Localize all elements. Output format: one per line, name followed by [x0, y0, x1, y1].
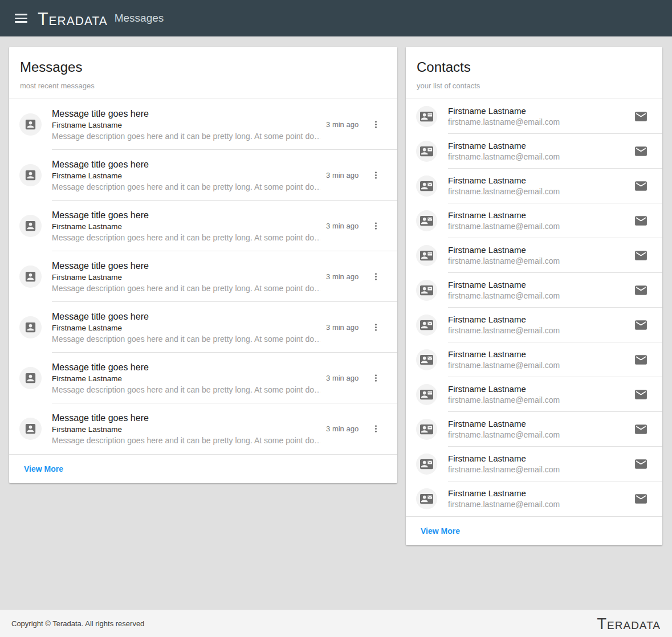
menu-icon[interactable]: [14, 11, 28, 25]
message-body: Message title goes here Firstname Lastna…: [52, 108, 320, 142]
teradata-logo: TERADATA: [38, 9, 108, 27]
message-timestamp: 3 min ago: [326, 424, 359, 433]
more-options-icon[interactable]: [369, 371, 382, 385]
more-options-icon[interactable]: [369, 169, 382, 182]
message-body: Message title goes here Firstname Lastna…: [52, 209, 320, 243]
contact-name: Firstname Lastname: [448, 279, 633, 291]
more-options-icon[interactable]: [369, 270, 382, 284]
contact-list-item[interactable]: Firstname Lastname firstname.lastname@em…: [406, 377, 662, 412]
contact-list-item[interactable]: Firstname Lastname firstname.lastname@em…: [406, 308, 662, 342]
contact-body: Firstname Lastname firstname.lastname@em…: [448, 210, 633, 232]
messages-card-header: Messages most recent messages: [9, 47, 397, 99]
email-icon[interactable]: [633, 318, 648, 333]
contact-body: Firstname Lastname firstname.lastname@em…: [448, 314, 633, 336]
message-list-item[interactable]: Message title goes here Firstname Lastna…: [9, 251, 397, 302]
account-box-icon: [19, 164, 42, 186]
contact-body: Firstname Lastname firstname.lastname@em…: [448, 383, 633, 406]
message-sender: Firstname Lastname: [52, 221, 320, 232]
contact-list-item[interactable]: Firstname Lastname firstname.lastname@em…: [406, 412, 662, 447]
messages-list: Message title goes here Firstname Lastna…: [9, 99, 397, 454]
message-list-item[interactable]: Message title goes here Firstname Lastna…: [9, 99, 397, 150]
message-sender: Firstname Lastname: [52, 120, 320, 130]
message-list-item[interactable]: Message title goes here Firstname Lastna…: [9, 201, 397, 251]
account-box-icon: [19, 113, 42, 136]
contact-email: firstname.lastname@email.com: [448, 291, 633, 301]
contact-list-item[interactable]: Firstname Lastname firstname.lastname@em…: [406, 169, 662, 203]
contact-card-icon: [416, 141, 437, 162]
email-icon[interactable]: [633, 492, 648, 507]
messages-card: Messages most recent messages Message ti…: [9, 47, 397, 483]
contact-name: Firstname Lastname: [448, 210, 633, 221]
contact-card-icon: [416, 349, 437, 370]
message-sender: Firstname Lastname: [52, 322, 320, 333]
contacts-card-title: Contacts: [417, 59, 651, 76]
contact-list-item[interactable]: Firstname Lastname firstname.lastname@em…: [406, 342, 662, 377]
contact-email: firstname.lastname@email.com: [448, 325, 633, 336]
message-timestamp: 3 min ago: [326, 374, 359, 382]
contact-list-item[interactable]: Firstname Lastname firstname.lastname@em…: [406, 447, 662, 481]
contact-card-icon: [416, 384, 437, 405]
contacts-view-more-link[interactable]: View More: [421, 526, 460, 536]
contact-list-item[interactable]: Firstname Lastname firstname.lastname@em…: [406, 273, 662, 308]
contact-list-item[interactable]: Firstname Lastname firstname.lastname@em…: [406, 99, 662, 134]
contacts-card-subtitle: your list of contacts: [417, 81, 651, 90]
email-icon[interactable]: [633, 248, 648, 263]
message-timestamp: 3 min ago: [326, 120, 359, 129]
more-options-icon[interactable]: [369, 219, 382, 233]
messages-card-title: Messages: [20, 59, 386, 76]
contact-card-icon: [416, 210, 437, 231]
message-sender: Firstname Lastname: [52, 373, 320, 384]
contact-name: Firstname Lastname: [448, 349, 633, 360]
more-options-icon[interactable]: [369, 321, 382, 334]
contact-email: firstname.lastname@email.com: [448, 360, 633, 371]
email-icon[interactable]: [633, 283, 648, 298]
message-sender: Firstname Lastname: [52, 424, 320, 435]
email-icon[interactable]: [633, 109, 648, 124]
contact-list-item[interactable]: Firstname Lastname firstname.lastname@em…: [406, 481, 662, 516]
message-list-item[interactable]: Message title goes here Firstname Lastna…: [9, 302, 397, 353]
contact-card-icon: [416, 454, 437, 475]
email-icon[interactable]: [633, 179, 648, 194]
message-description: Message description goes here and it can…: [52, 130, 320, 142]
contact-list-item[interactable]: Firstname Lastname firstname.lastname@em…: [406, 134, 662, 169]
account-box-icon: [19, 367, 42, 389]
contact-body: Firstname Lastname firstname.lastname@em…: [448, 279, 633, 301]
message-description: Message description goes here and it can…: [52, 283, 320, 294]
email-icon[interactable]: [633, 353, 648, 368]
contact-name: Firstname Lastname: [448, 314, 633, 325]
contact-list-item[interactable]: Firstname Lastname firstname.lastname@em…: [406, 238, 662, 273]
message-list-item[interactable]: Message title goes here Firstname Lastna…: [9, 150, 397, 201]
contact-name: Firstname Lastname: [448, 244, 633, 256]
messages-card-actions: View More: [9, 454, 397, 483]
message-body: Message title goes here Firstname Lastna…: [52, 412, 320, 446]
messages-view-more-link[interactable]: View More: [24, 464, 63, 473]
contact-name: Firstname Lastname: [448, 175, 633, 186]
email-icon[interactable]: [633, 422, 648, 437]
message-title: Message title goes here: [52, 361, 320, 373]
messages-card-subtitle: most recent messages: [20, 81, 386, 90]
email-icon[interactable]: [633, 387, 648, 402]
contact-email: firstname.lastname@email.com: [448, 499, 633, 510]
message-title: Message title goes here: [52, 260, 320, 272]
contact-name: Firstname Lastname: [448, 140, 633, 152]
contact-email: firstname.lastname@email.com: [448, 464, 633, 475]
app-header: TERADATA Messages: [0, 0, 672, 36]
message-title: Message title goes here: [52, 412, 320, 424]
contact-email: firstname.lastname@email.com: [448, 256, 633, 267]
contact-list-item[interactable]: Firstname Lastname firstname.lastname@em…: [406, 203, 662, 238]
contact-card-icon: [416, 245, 437, 266]
email-icon[interactable]: [633, 144, 648, 159]
email-icon[interactable]: [633, 457, 648, 472]
contact-email: firstname.lastname@email.com: [448, 152, 633, 162]
message-list-item[interactable]: Message title goes here Firstname Lastna…: [9, 403, 397, 454]
more-options-icon[interactable]: [369, 118, 382, 132]
main-content: Messages most recent messages Message ti…: [0, 36, 672, 573]
more-options-icon[interactable]: [369, 422, 382, 436]
teradata-footer-logo: TERADATA: [597, 616, 661, 632]
message-timestamp: 3 min ago: [326, 171, 359, 179]
contact-body: Firstname Lastname firstname.lastname@em…: [448, 488, 633, 510]
message-description: Message description goes here and it can…: [52, 435, 320, 446]
message-list-item[interactable]: Message title goes here Firstname Lastna…: [9, 353, 397, 403]
email-icon[interactable]: [633, 214, 648, 228]
contact-card-icon: [416, 488, 437, 509]
